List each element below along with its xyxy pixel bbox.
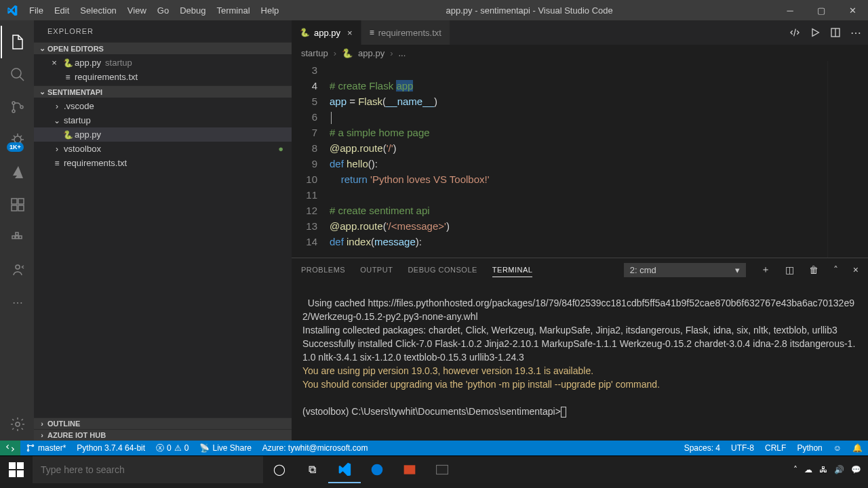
search-icon[interactable] bbox=[1, 58, 33, 91]
svg-rect-5 bbox=[12, 199, 17, 204]
window-title: app.py - sentimentapi - Visual Studio Co… bbox=[284, 5, 774, 16]
problems-count[interactable]: ⓧ 0 ⚠ 0 bbox=[151, 443, 194, 454]
azure-icon[interactable] bbox=[1, 156, 33, 188]
panel-tab-debug-console[interactable]: DEBUG CONSOLE bbox=[408, 263, 477, 277]
chevron-right-icon: › bbox=[50, 102, 64, 111]
outline-label: OUTLINE bbox=[47, 420, 80, 428]
panel-tab-terminal[interactable]: TERMINAL bbox=[492, 263, 533, 277]
taskbar-cmd-icon[interactable] bbox=[426, 456, 458, 483]
windows-search-input[interactable] bbox=[33, 456, 263, 483]
svg-rect-9 bbox=[12, 236, 15, 239]
tree-item-label: requirements.txt bbox=[64, 158, 127, 168]
breadcrumb-segment[interactable]: ... bbox=[398, 48, 406, 58]
window-maximize-button[interactable]: ▢ bbox=[806, 0, 837, 20]
menu-view[interactable]: View bbox=[122, 5, 152, 16]
eol[interactable]: CRLF bbox=[760, 443, 791, 453]
breadcrumb-segment[interactable]: startup bbox=[301, 48, 328, 58]
sidebar-title: EXPLORER bbox=[34, 20, 292, 42]
tab-requirements[interactable]: ≡ requirements.txt bbox=[361, 20, 450, 45]
close-icon[interactable]: × bbox=[47, 58, 61, 68]
file-item[interactable]: 🐍app.py bbox=[34, 127, 292, 142]
new-terminal-icon[interactable]: ＋ bbox=[761, 264, 770, 276]
panel-tab-output[interactable]: OUTPUT bbox=[360, 263, 393, 277]
window-close-button[interactable]: ✕ bbox=[837, 0, 868, 20]
more-actions-icon[interactable]: ⋯ bbox=[850, 26, 861, 39]
more-icon[interactable]: ⋯ bbox=[1, 286, 33, 319]
svg-point-13 bbox=[16, 265, 20, 269]
outline-header[interactable]: › OUTLINE bbox=[34, 418, 292, 429]
tray-chevron-icon[interactable]: ˄ bbox=[793, 465, 797, 474]
indentation[interactable]: Spaces: 4 bbox=[679, 443, 726, 453]
folder-item[interactable]: ›vstoolbox● bbox=[34, 142, 292, 156]
settings-gear-icon[interactable] bbox=[1, 408, 33, 441]
run-icon[interactable] bbox=[810, 27, 821, 38]
minimap[interactable] bbox=[827, 61, 868, 258]
window-minimize-button[interactable]: ─ bbox=[774, 0, 806, 20]
tray-network-icon[interactable]: 🖧 bbox=[819, 465, 827, 474]
tab-app-py[interactable]: 🐍 app.py × bbox=[292, 20, 361, 45]
liveshare-icon[interactable] bbox=[1, 253, 33, 286]
kill-terminal-icon[interactable]: 🗑 bbox=[809, 264, 818, 275]
cortana-icon[interactable]: ◯ bbox=[263, 456, 296, 483]
tray-onedrive-icon[interactable]: ☁ bbox=[804, 465, 812, 474]
menu-file[interactable]: File bbox=[24, 5, 49, 16]
split-editor-icon[interactable] bbox=[830, 27, 841, 38]
azure-account[interactable]: Azure: tywhit@microsoft.com bbox=[257, 443, 374, 453]
encoding[interactable]: UTF-8 bbox=[726, 443, 760, 453]
open-editors-header[interactable]: ⌄ OPEN EDITORS bbox=[34, 42, 292, 54]
python-interpreter[interactable]: Python 3.7.4 64-bit bbox=[71, 443, 151, 453]
svg-point-17 bbox=[27, 449, 28, 451]
menu-debug[interactable]: Debug bbox=[174, 5, 211, 16]
split-terminal-icon[interactable]: ◫ bbox=[785, 264, 794, 275]
file-hint: startup bbox=[105, 58, 132, 68]
menu-selection[interactable]: Selection bbox=[75, 5, 121, 16]
python-file-icon: 🐍 bbox=[61, 58, 75, 68]
remote-indicator[interactable] bbox=[0, 441, 20, 455]
python-file-icon: 🐍 bbox=[300, 28, 310, 37]
extensions-icon[interactable] bbox=[1, 188, 33, 221]
task-view-icon[interactable]: ⧉ bbox=[296, 456, 328, 483]
code-lines[interactable]: # create Flask appapp = Flask(__name__)#… bbox=[330, 61, 868, 258]
taskbar-powerpoint-icon[interactable] bbox=[393, 456, 426, 483]
language-mode[interactable]: Python bbox=[791, 443, 827, 453]
code-editor[interactable]: 34567891011121314 # create Flask appapp … bbox=[292, 61, 868, 258]
tab-label: requirements.txt bbox=[378, 28, 441, 38]
close-panel-icon[interactable]: × bbox=[853, 264, 859, 275]
terminal-select[interactable]: 2: cmd bbox=[624, 263, 746, 277]
menu-terminal[interactable]: Terminal bbox=[211, 5, 255, 16]
system-tray: ˄ ☁ 🖧 🔊 💬 bbox=[793, 465, 868, 474]
folder-item[interactable]: ›.vscode bbox=[34, 99, 292, 113]
notifications-icon[interactable]: 🔔 bbox=[847, 443, 868, 453]
source-control-icon[interactable] bbox=[1, 91, 33, 123]
menu-help[interactable]: Help bbox=[256, 5, 285, 16]
menu-edit[interactable]: Edit bbox=[49, 5, 75, 16]
breadcrumb-segment[interactable]: app.py bbox=[358, 48, 384, 58]
git-branch[interactable]: master* bbox=[20, 443, 71, 453]
explorer-icon[interactable] bbox=[1, 26, 33, 58]
text-file-icon: ≡ bbox=[61, 73, 75, 82]
compare-changes-icon[interactable] bbox=[789, 27, 800, 38]
open-editor-item[interactable]: × 🐍 app.py startup bbox=[34, 56, 292, 70]
folder-item[interactable]: ⌄startup bbox=[34, 113, 292, 127]
docker-icon[interactable] bbox=[1, 221, 33, 253]
terminal-output[interactable]: Using cached https://files.pythonhosted.… bbox=[292, 281, 868, 441]
svg-rect-20 bbox=[404, 465, 416, 474]
workspace-header[interactable]: ⌄ SENTIMENTAPI bbox=[34, 85, 292, 98]
tray-volume-icon[interactable]: 🔊 bbox=[834, 465, 844, 474]
feedback-icon[interactable]: ☺ bbox=[828, 443, 847, 453]
svg-point-2 bbox=[12, 110, 15, 113]
tab-close-icon[interactable]: × bbox=[347, 28, 353, 38]
live-share-status[interactable]: 📡 Live Share bbox=[194, 443, 256, 453]
file-item[interactable]: ≡requirements.txt bbox=[34, 156, 292, 170]
taskbar-vscode-icon[interactable] bbox=[328, 456, 361, 483]
breadcrumb[interactable]: startup › 🐍 app.py › ... bbox=[292, 45, 868, 61]
open-editor-item[interactable]: ≡ requirements.txt bbox=[34, 70, 292, 84]
panel-tab-problems[interactable]: PROBLEMS bbox=[301, 263, 345, 277]
tray-notifications-icon[interactable]: 💬 bbox=[851, 465, 861, 474]
maximize-panel-icon[interactable]: ˄ bbox=[833, 264, 838, 275]
menu-go[interactable]: Go bbox=[152, 5, 174, 16]
line-gutter: 34567891011121314 bbox=[292, 61, 330, 258]
start-button[interactable] bbox=[0, 456, 33, 483]
taskbar-edge-icon[interactable] bbox=[361, 456, 393, 483]
azure-iot-header[interactable]: › AZURE IOT HUB bbox=[34, 429, 292, 441]
